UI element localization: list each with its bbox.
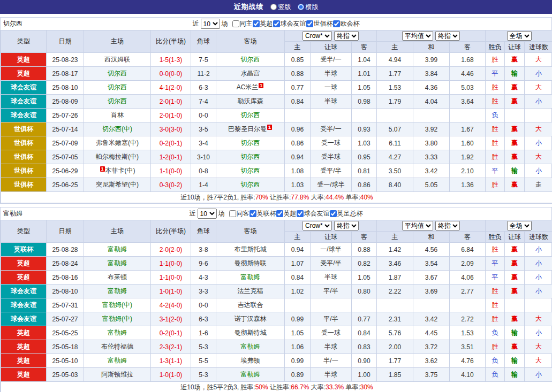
odds-company-select[interactable]: Crow*	[303, 31, 332, 41]
match-date: 25-08-09	[47, 95, 84, 109]
home-team-cell: 富勒姆	[84, 243, 151, 257]
avg-odds-away: 6.84	[450, 243, 486, 257]
page-title: 近期战绩	[234, 2, 264, 12]
league-filter-checkbox[interactable]: 球会友谊	[273, 19, 306, 28]
team-name: 巴黎圣日尔曼	[228, 125, 267, 133]
result-scope-select[interactable]: 全场	[507, 221, 532, 230]
league-filter-input[interactable]	[273, 20, 280, 27]
layout-option-vertical[interactable]: 竖版	[270, 3, 291, 12]
result-handicap: 赢	[505, 95, 525, 109]
result-scope-select[interactable]: 全场	[507, 31, 532, 41]
league-badge: 英超	[1, 53, 47, 67]
away-team-cell: 曼彻斯特城	[216, 326, 285, 340]
team-name: 切尔西	[241, 56, 260, 63]
avg-odds-draw: 4.04	[413, 95, 450, 109]
same-venue-checkbox[interactable]: 同客	[229, 209, 249, 218]
handicap-time-select[interactable]: 终指	[334, 221, 359, 230]
same-venue-input[interactable]	[229, 210, 236, 217]
same-venue-input[interactable]	[232, 20, 239, 27]
league-filter-input[interactable]	[297, 210, 304, 217]
result-outcome: 胜	[486, 243, 505, 257]
away-team-cell: 切尔西	[216, 136, 285, 150]
col-corner-header: 角球	[191, 220, 216, 243]
match-date: 25-05-18	[47, 340, 84, 354]
corner-cell: 11-2	[191, 67, 216, 81]
away-team-cell: 切尔西	[216, 150, 285, 164]
col-away-header: 客场	[216, 220, 285, 243]
handicap-odds-away-header: 客	[352, 42, 377, 53]
avg-time-select[interactable]: 终指	[435, 31, 460, 41]
avg-odds-draw: 3.72	[413, 340, 450, 354]
handicap-odds-away: 1.04	[352, 53, 377, 67]
team-name: 富勒姆	[241, 371, 260, 378]
match-date: 25-08-24	[47, 257, 84, 271]
section-team-name: 富勒姆	[3, 207, 22, 220]
result-outcome: 平	[486, 67, 505, 81]
league-filter-input[interactable]	[333, 20, 340, 27]
handicap-odds-home: 0.84	[285, 271, 311, 285]
result-goals: 大	[525, 312, 552, 326]
score-cell: 1-5(1-3)	[151, 53, 191, 67]
odds-company-select[interactable]: Crow*	[303, 221, 332, 230]
team-name: 切尔西	[241, 139, 260, 147]
result-outcome-header: 胜负	[486, 42, 505, 53]
handicap-time-select[interactable]: 终指	[334, 31, 359, 41]
league-filter-input[interactable]	[253, 20, 260, 27]
avg-odds-draw: 3.92	[413, 122, 450, 136]
avg-odds-away: 3.64	[450, 95, 486, 109]
avg-odds-away: 4.06	[450, 271, 486, 285]
corner-cell: 7-4	[191, 95, 216, 109]
league-filter-checkbox[interactable]: 英超	[253, 19, 273, 28]
handicap-odds-home: 0.94	[285, 150, 311, 164]
result-outcome: 负	[486, 368, 505, 382]
sections-root: 切尔西 近 10 场 同主 英超球会友谊世俱杯欧会杯 类型日期主场比分(半场)角…	[0, 17, 552, 392]
away-team-cell: 切尔西	[216, 109, 285, 122]
league-filter-input[interactable]	[276, 210, 283, 217]
league-filter-input[interactable]	[306, 20, 313, 27]
avg-odds-home: 1.85	[377, 368, 413, 382]
league-filter-checkbox[interactable]: 英联杯	[249, 209, 276, 218]
league-filter-checkbox[interactable]: 欧会杯	[333, 19, 360, 28]
match-row: 世俱杯 25-06-25 突尼斯希望(中) 0-3(0-2) 1-4 切尔西 1…	[1, 178, 552, 192]
match-count-select[interactable]: 10	[198, 209, 217, 219]
score-cell: 1-1(0-0)	[151, 164, 191, 178]
result-outcome-header: 胜负	[486, 232, 505, 243]
home-team-cell: 切尔西	[84, 67, 151, 81]
league-filter-checkbox[interactable]: 英超	[276, 209, 297, 218]
result-handicap: 赢	[505, 257, 525, 271]
team-name: 埃弗顿	[241, 357, 260, 364]
league-filter-checkbox[interactable]: 英足总杯	[330, 209, 363, 218]
near-label: 近	[193, 19, 199, 28]
avg-odds-away: 1.53	[450, 326, 486, 340]
result-handicap: 赢	[505, 150, 525, 164]
avg-odds-draw: 4.45	[413, 326, 450, 340]
home-team-cell: 富勒姆	[84, 326, 151, 340]
team-name: 本菲卡(中)	[105, 167, 135, 174]
match-count-select[interactable]: 10	[201, 19, 220, 29]
avg-odds-away: 1.36	[450, 178, 486, 192]
result-outcome: 胜	[486, 298, 505, 312]
league-filter-checkbox[interactable]: 世俱杯	[306, 19, 333, 28]
avg-type-select[interactable]: 平均值	[402, 31, 433, 41]
team-name: 勒沃库森	[238, 97, 263, 105]
result-outcome: 负	[486, 109, 505, 122]
result-outcome: 胜	[486, 340, 505, 354]
league-filter-checkbox[interactable]: 球会友谊	[297, 209, 330, 218]
result-handicap: 输	[505, 164, 525, 178]
same-venue-checkbox[interactable]: 同主	[232, 19, 253, 28]
avg-type-select[interactable]: 平均值	[402, 221, 433, 230]
home-team-cell: 布莱顿	[84, 271, 151, 285]
league-filter-input[interactable]	[330, 210, 337, 217]
avg-odds-away: 5.03	[450, 81, 486, 95]
layout-option-horizontal[interactable]: 横版	[298, 3, 319, 12]
avg-time-select[interactable]: 终指	[435, 221, 460, 230]
layout-radio[interactable]	[270, 4, 277, 10]
corner-cell: 9-6	[191, 257, 216, 271]
col-score-header: 比分(半场)	[151, 220, 191, 243]
corner-cell: 4-3	[191, 271, 216, 285]
league-filter-input[interactable]	[249, 210, 256, 217]
layout-radio[interactable]	[298, 4, 304, 10]
handicap-odds-home: 0.85	[285, 53, 311, 67]
result-handicap: 赢	[505, 53, 525, 67]
col-date-header: 日期	[47, 220, 84, 243]
